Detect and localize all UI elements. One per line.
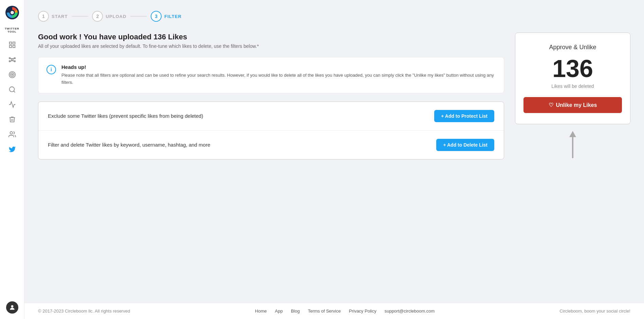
step-3-circle: 3 <box>151 11 162 22</box>
page-title: Good work ! You have uploaded 136 Likes <box>38 33 504 41</box>
svg-point-20 <box>9 87 14 92</box>
headsup-title: Heads up! <box>61 64 496 70</box>
step-1-circle: 1 <box>38 11 49 22</box>
headsup-box: i Heads up! Please note that all filters… <box>38 57 504 93</box>
sidebar-item-target[interactable] <box>6 69 18 81</box>
footer-link-home[interactable]: Home <box>255 308 267 314</box>
right-panel: Approve & Unlike 136 Likes will be delet… <box>515 33 630 158</box>
page-subtitle: All of your uploaded likes are selected … <box>38 43 504 49</box>
svg-line-21 <box>14 91 15 92</box>
footer-link-app[interactable]: App <box>275 308 283 314</box>
sidebar-item-delete[interactable] <box>6 113 18 126</box>
filter-delete-text: Filter and delete Twitter likes by keywo… <box>48 142 210 148</box>
headsup-content: Heads up! Please note that all filters a… <box>61 64 496 86</box>
footer-tagline: Circleboom, boom your social circle! <box>559 308 630 314</box>
svg-rect-6 <box>9 45 11 48</box>
step-divider-1 <box>72 16 88 17</box>
svg-point-3 <box>11 11 14 14</box>
app-name-label: TWITTER TOOL <box>0 27 24 33</box>
approve-card-title: Approve & Unlike <box>523 44 622 51</box>
logo[interactable] <box>5 5 19 21</box>
footer-link-blog[interactable]: Blog <box>291 308 300 314</box>
sidebar-item-search[interactable] <box>6 83 18 96</box>
add-to-protect-list-button[interactable]: + Add to Protect List <box>434 110 494 122</box>
sidebar-item-network[interactable] <box>6 54 18 66</box>
sidebar-item-dashboard[interactable] <box>6 39 18 51</box>
svg-point-18 <box>10 73 14 77</box>
headsup-text: Please note that all filters are optiona… <box>61 72 496 86</box>
approve-card: Approve & Unlike 136 Likes will be delet… <box>515 33 630 124</box>
step-3-label: FILTER <box>164 14 182 19</box>
svg-rect-7 <box>13 45 15 48</box>
svg-point-22 <box>10 132 12 134</box>
filter-protect-row: Exclude some Twitter likes (prevent spec… <box>38 102 504 130</box>
svg-point-19 <box>12 74 13 75</box>
approve-label: Likes will be deleted <box>523 83 622 89</box>
step-1-label: START <box>52 14 68 19</box>
step-2-label: UPLOAD <box>106 14 126 19</box>
step-1: 1 START <box>38 11 68 22</box>
arrow-container <box>569 131 577 158</box>
approve-count: 136 <box>523 56 622 81</box>
filter-delete-row: Filter and delete Twitter likes by keywo… <box>38 130 504 159</box>
footer-copyright: © 2017-2023 Circleboom llc. All rights r… <box>38 308 130 314</box>
svg-rect-4 <box>9 42 11 44</box>
footer-links: Home App Blog Terms of Service Privacy P… <box>255 308 435 314</box>
svg-point-8 <box>11 59 13 61</box>
svg-rect-5 <box>13 42 15 44</box>
step-divider-2 <box>130 16 147 17</box>
add-to-delete-list-button[interactable]: + Add to Delete List <box>436 139 494 151</box>
user-avatar[interactable] <box>6 301 18 314</box>
footer-link-privacy[interactable]: Privacy Policy <box>349 308 376 314</box>
step-3: 3 FILTER <box>151 11 182 22</box>
footer-link-tos[interactable]: Terms of Service <box>308 308 341 314</box>
filter-protect-text: Exclude some Twitter likes (prevent spec… <box>48 113 203 119</box>
left-panel: Good work ! You have uploaded 136 Likes … <box>38 33 504 160</box>
up-arrow-icon <box>569 131 577 158</box>
stepper: 1 START 2 UPLOAD 3 FILTER <box>38 11 630 22</box>
info-icon: i <box>47 65 56 74</box>
filter-container: Exclude some Twitter likes (prevent spec… <box>38 101 504 160</box>
svg-point-23 <box>11 305 13 307</box>
step-2: 2 UPLOAD <box>92 11 126 22</box>
sidebar-item-analytics[interactable] <box>6 98 18 111</box>
sidebar: TWITTER TOOL <box>0 0 24 319</box>
sidebar-item-users[interactable] <box>6 128 18 140</box>
footer-link-support[interactable]: support@circleboom.com <box>385 308 435 314</box>
heart-icon: ♡ <box>549 102 553 108</box>
footer: © 2017-2023 Circleboom llc. All rights r… <box>24 303 644 319</box>
unlike-my-likes-button[interactable]: ♡ Unlike my Likes <box>523 97 622 113</box>
main-content: 1 START 2 UPLOAD 3 FILTER Good work ! Yo… <box>24 0 644 319</box>
sidebar-item-twitter[interactable] <box>6 143 18 155</box>
page-body: Good work ! You have uploaded 136 Likes … <box>38 33 630 160</box>
step-2-circle: 2 <box>92 11 103 22</box>
unlike-button-label: Unlike my Likes <box>556 102 597 108</box>
